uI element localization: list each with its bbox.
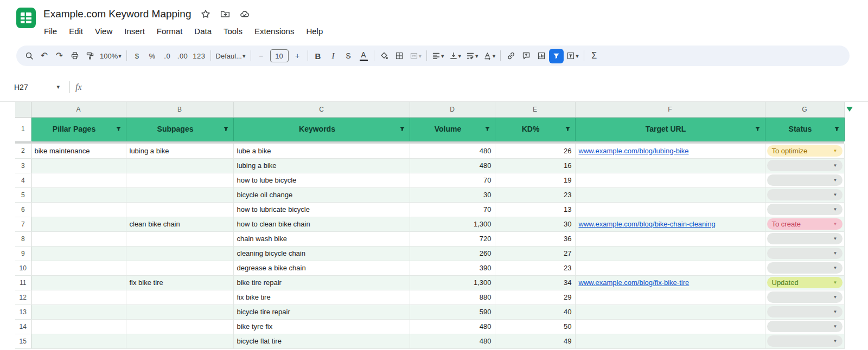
column-header-C[interactable]: C xyxy=(233,102,410,117)
cloud-saved-icon[interactable] xyxy=(240,9,250,19)
column-header-F[interactable]: F xyxy=(575,102,765,117)
cell-E15[interactable]: 49 xyxy=(495,334,575,348)
cell-C14[interactable]: bike tyre fix xyxy=(233,319,410,334)
cell-G6[interactable]: ▼ xyxy=(765,202,844,217)
cell-C11[interactable]: bike tire repair xyxy=(233,275,410,290)
header-cell-F1[interactable]: Target URL xyxy=(575,117,765,141)
name-box[interactable]: H27 ▾ xyxy=(8,83,64,92)
row-header-10[interactable]: 10 xyxy=(15,261,31,275)
merge-cells-button[interactable]: ▾ xyxy=(407,49,424,63)
header-cell-E1[interactable]: KD% xyxy=(495,117,575,141)
cell-A15[interactable] xyxy=(31,334,126,348)
cell-E13[interactable]: 40 xyxy=(495,304,575,319)
filter-icon[interactable] xyxy=(564,126,571,133)
cell-F11[interactable]: www.example.com/blog/fix-bike-tire xyxy=(575,275,765,290)
row-header-11[interactable]: 11 xyxy=(15,275,31,290)
insert-chart-button[interactable] xyxy=(534,49,548,63)
cell-F9[interactable] xyxy=(575,246,765,261)
decrease-decimal-button[interactable]: .0 xyxy=(160,49,175,63)
cell-A10[interactable] xyxy=(31,261,126,275)
text-rotation-button[interactable]: ▾ xyxy=(481,49,498,63)
cell-C12[interactable]: fix bike tire xyxy=(233,290,410,304)
status-chip[interactable]: ▼ xyxy=(767,262,843,274)
cell-B12[interactable] xyxy=(126,290,233,304)
cell-C3[interactable]: lubing a bike xyxy=(233,158,410,173)
cell-A8[interactable] xyxy=(31,231,126,246)
cell-C2[interactable]: lube a bike xyxy=(233,144,410,158)
status-chip[interactable]: ▼ xyxy=(767,291,843,303)
row-header-8[interactable]: 8 xyxy=(15,231,31,246)
cell-A7[interactable] xyxy=(31,217,126,231)
cell-G7[interactable]: To create▼ xyxy=(765,217,844,231)
cell-F4[interactable] xyxy=(575,173,765,187)
increase-font-size-button[interactable]: + xyxy=(290,49,305,63)
row-header-7[interactable]: 7 xyxy=(15,217,31,231)
cell-D14[interactable]: 480 xyxy=(410,319,495,334)
status-chip[interactable]: To create▼ xyxy=(767,218,843,230)
cell-E2[interactable]: 26 xyxy=(495,144,575,158)
filter-icon[interactable] xyxy=(833,126,840,133)
zoom-control[interactable]: 100%▾ xyxy=(98,49,124,63)
cell-E8[interactable]: 36 xyxy=(495,231,575,246)
cell-A13[interactable] xyxy=(31,304,126,319)
font-size-input[interactable]: 10 xyxy=(270,49,289,62)
menu-extensions[interactable]: Extensions xyxy=(248,25,300,37)
header-cell-B1[interactable]: Subpages xyxy=(126,117,233,141)
cell-E12[interactable]: 29 xyxy=(495,290,575,304)
cell-B3[interactable] xyxy=(126,158,233,173)
select-all-corner[interactable] xyxy=(15,102,31,117)
row-header-5[interactable]: 5 xyxy=(15,187,31,202)
cell-A6[interactable] xyxy=(31,202,126,217)
cell-C7[interactable]: how to clean bike chain xyxy=(233,217,410,231)
menu-format[interactable]: Format xyxy=(151,25,189,37)
cell-E4[interactable]: 19 xyxy=(495,173,575,187)
cell-D3[interactable]: 480 xyxy=(410,158,495,173)
cell-F8[interactable] xyxy=(575,231,765,246)
bold-button[interactable]: B xyxy=(311,49,326,63)
cell-C8[interactable]: chain wash bike xyxy=(233,231,410,246)
filter-icon[interactable] xyxy=(484,126,491,133)
status-chip[interactable]: ▼ xyxy=(767,174,843,186)
cell-B5[interactable] xyxy=(126,187,233,202)
cell-G11[interactable]: Updated▼ xyxy=(765,275,844,290)
column-header-E[interactable]: E xyxy=(495,102,575,117)
cell-G13[interactable]: ▼ xyxy=(765,304,844,319)
sheets-logo[interactable] xyxy=(15,7,37,29)
cell-B7[interactable]: clean bike chain xyxy=(126,217,233,231)
increase-decimal-button[interactable]: .00 xyxy=(175,49,190,63)
column-header-B[interactable]: B xyxy=(126,102,233,117)
cell-G9[interactable]: ▼ xyxy=(765,246,844,261)
cell-D4[interactable]: 70 xyxy=(410,173,495,187)
cell-E9[interactable]: 27 xyxy=(495,246,575,261)
insert-comment-button[interactable] xyxy=(519,49,533,63)
horizontal-align-button[interactable]: ▾ xyxy=(430,49,446,63)
cell-C6[interactable]: how to lubricate bicycle xyxy=(233,202,410,217)
cell-G3[interactable]: ▼ xyxy=(765,158,844,173)
cell-B10[interactable] xyxy=(126,261,233,275)
cell-A4[interactable] xyxy=(31,173,126,187)
cell-A9[interactable] xyxy=(31,246,126,261)
cell-B2[interactable]: lubing a bike xyxy=(126,144,233,158)
cell-G10[interactable]: ▼ xyxy=(765,261,844,275)
status-chip[interactable]: ▼ xyxy=(767,189,843,200)
cell-C13[interactable]: bicycle tire repair xyxy=(233,304,410,319)
functions-button[interactable]: Σ xyxy=(587,49,602,63)
cell-E11[interactable]: 34 xyxy=(495,275,575,290)
cell-G14[interactable]: ▼ xyxy=(765,319,844,334)
cell-C4[interactable]: how to lube bicycle xyxy=(233,173,410,187)
menu-view[interactable]: View xyxy=(89,25,118,37)
cell-A14[interactable] xyxy=(31,319,126,334)
row-header-13[interactable]: 13 xyxy=(15,304,31,319)
cell-E10[interactable]: 23 xyxy=(495,261,575,275)
cell-C10[interactable]: degrease a bike chain xyxy=(233,261,410,275)
cell-D2[interactable]: 480 xyxy=(410,144,495,158)
cell-B8[interactable] xyxy=(126,231,233,246)
cell-A11[interactable] xyxy=(31,275,126,290)
cell-D10[interactable]: 390 xyxy=(410,261,495,275)
cell-D6[interactable]: 70 xyxy=(410,202,495,217)
number-format-button[interactable]: 123 xyxy=(190,49,207,63)
cell-B4[interactable] xyxy=(126,173,233,187)
row-header-1[interactable]: 1 xyxy=(15,117,31,141)
status-chip[interactable]: ▼ xyxy=(767,306,843,317)
redo-button[interactable]: ↷ xyxy=(52,49,67,63)
